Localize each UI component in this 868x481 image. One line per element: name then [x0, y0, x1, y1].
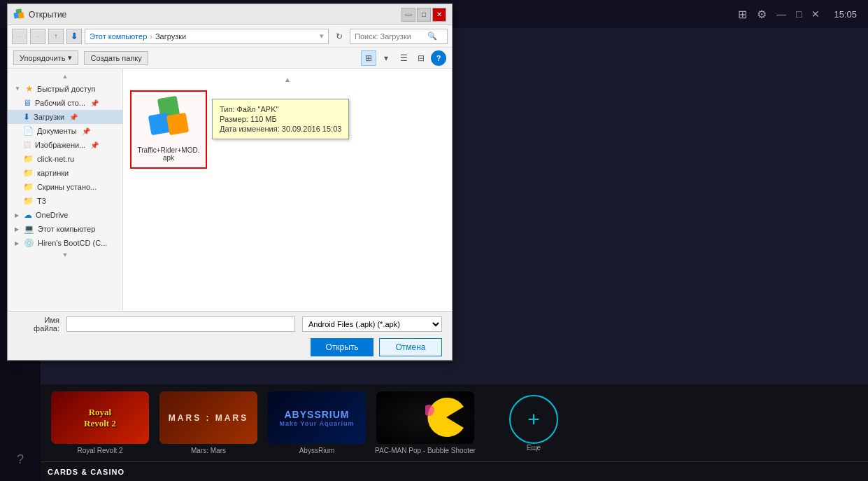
tooltip-date: Дата изменения: 30.09.2016 15:03	[220, 125, 341, 133]
quick-access-icon: ★	[25, 83, 34, 94]
dialog-path-toolbar: ← → ↑ ⬇ Этот компьютер › Загрузки ▾ ↻ 🔍	[8, 25, 452, 48]
filetype-select[interactable]: Android Files (.apk) (*.apk)	[302, 316, 442, 332]
settings-icon[interactable]: ⚙	[757, 8, 767, 21]
nav-documents[interactable]: 📄 Документы 📌	[8, 124, 122, 138]
maximize-icon[interactable]: □	[796, 8, 802, 20]
dialog-title-controls: — □ ✕	[401, 8, 446, 22]
app-pacman[interactable]: PAC-MAN Pop - Bubble Shooter	[373, 391, 478, 454]
dialog-body: ▲ ▼ ★ Быстрый доступ 🖥 Рабочий сто... 📌 …	[8, 69, 452, 311]
cards-casino-section-label: CARDS & CASINO	[41, 461, 868, 481]
nav-kartinki-label: картинки	[37, 169, 69, 177]
app-abyssrium[interactable]: ABYSSRIUM Make Your Aquarium AbyssRium	[264, 391, 369, 454]
open-button[interactable]: Открыть	[311, 338, 373, 356]
apk-file-icon	[144, 97, 193, 146]
search-box[interactable]: 🔍	[350, 29, 448, 44]
mars-label: Mars: Mars	[191, 447, 226, 454]
nav-desktop-label: Рабочий сто...	[35, 99, 85, 107]
royal-revolt-icon: RoyalRevolt 2	[51, 391, 149, 444]
apk-file-item[interactable]: Traffic+Rider+MOD.apk Тип: Файл "APK" Ра…	[130, 90, 207, 169]
nav-scroll-down: ▼	[8, 250, 122, 260]
nav-arrow-computer: ▶	[15, 226, 19, 232]
nav-downloads[interactable]: ⬇ Загрузки 📌	[8, 110, 122, 124]
abyssrium-label: AbyssRium	[299, 447, 335, 454]
nav-this-computer[interactable]: ▶ 💻 Этот компьютер	[8, 222, 122, 236]
nav-skriny[interactable]: 📁 Скрины устано...	[8, 180, 122, 194]
desktop-pin-icon: 📌	[90, 99, 99, 107]
documents-pin-icon: 📌	[82, 127, 90, 135]
sidebar-help-icon[interactable]: ?	[17, 452, 24, 467]
new-folder-button[interactable]: Создать папку	[84, 51, 148, 65]
topbar-icons: ⊞ ⚙ — □ ✕	[738, 8, 820, 21]
nav-quick-access[interactable]: ▼ ★ Быстрый доступ	[8, 81, 122, 96]
nav-onedrive[interactable]: ▶ ☁ OneDrive	[8, 208, 122, 222]
nav-pictures[interactable]: 🖼 Изображени... 📌	[8, 138, 122, 152]
view-dropdown-button[interactable]: ▾	[378, 50, 394, 66]
new-folder-label: Создать папку	[90, 54, 141, 62]
dialog-minimize-button[interactable]: —	[401, 8, 415, 22]
nav-arrow-hiren: ▶	[15, 240, 19, 246]
dialog-title-icon	[13, 9, 24, 20]
view-grid-button[interactable]: ⊞	[361, 50, 376, 66]
royal-revolt-label: Royal Revolt 2	[77, 447, 122, 454]
grid-icon[interactable]: ⊞	[738, 8, 747, 21]
pacman-label: PAC-MAN Pop - Bubble Shooter	[375, 447, 476, 454]
dialog-nav: ▲ ▼ ★ Быстрый доступ 🖥 Рабочий сто... 📌 …	[8, 69, 123, 311]
nav-clicknet[interactable]: 📁 click-net.ru	[8, 152, 122, 166]
organize-button[interactable]: Упорядочить ▾	[13, 50, 78, 65]
nav-documents-label: Документы	[37, 127, 77, 135]
downloads-icon: ⬇	[23, 112, 30, 122]
app-mars[interactable]: MARS : MARS Mars: Mars	[156, 391, 261, 454]
tooltip-type: Тип: Файл "APK"	[220, 105, 341, 113]
dialog-files-area[interactable]: ▲ Traffic+Rider+MOD.apk Тип: Файл "APK" …	[123, 69, 452, 311]
nav-hiren[interactable]: ▶ 💿 Hiren's BootCD (C...	[8, 236, 122, 250]
view-details-button[interactable]: ⊟	[413, 50, 429, 66]
down-button[interactable]: ⬇	[66, 29, 82, 44]
path-separator-1: ›	[150, 32, 152, 41]
nav-this-computer-label: Этот компьютер	[38, 225, 95, 233]
view-buttons: ⊞ ▾ ☰ ⊟ ?	[361, 50, 446, 66]
path-part-2: Загрузки	[155, 32, 186, 41]
files-scroll-up: ▲	[130, 76, 445, 83]
nav-downloads-label: Загрузки	[34, 113, 64, 121]
path-dropdown-arrow[interactable]: ▾	[320, 32, 324, 41]
downloads-pin-icon: 📌	[69, 113, 78, 121]
skriny-icon: 📁	[23, 182, 34, 192]
nav-desktop[interactable]: 🖥 Рабочий сто... 📌	[8, 96, 122, 110]
minimize-icon[interactable]: —	[776, 8, 786, 20]
path-bar[interactable]: Этот компьютер › Загрузки ▾	[85, 29, 329, 44]
kartinki-icon: 📁	[23, 168, 34, 178]
close-icon[interactable]: ✕	[811, 8, 820, 20]
dialog-title: Открытие	[29, 10, 401, 20]
abyssrium-icon: ABYSSRIUM Make Your Aquarium	[268, 391, 366, 444]
filename-label: Имя файла:	[17, 316, 59, 333]
tooltip-size: Размер: 110 МБ	[220, 115, 341, 123]
nav-clicknet-label: click-net.ru	[37, 155, 74, 163]
refresh-button[interactable]: ↻	[332, 29, 347, 44]
nav-kartinki[interactable]: 📁 картинки	[8, 166, 122, 180]
search-icon: 🔍	[427, 32, 437, 41]
forward-button[interactable]: →	[30, 29, 45, 44]
dialog-bottom: Имя файла: Android Files (.apk) (*.apk) …	[8, 311, 452, 360]
dialog-titlebar: Открытие — □ ✕	[8, 4, 452, 25]
search-input[interactable]	[355, 32, 425, 41]
documents-icon: 📄	[23, 126, 34, 136]
file-dialog[interactable]: Открытие — □ ✕ ← → ↑ ⬇ Этот компьютер › …	[7, 4, 453, 361]
nav-skriny-label: Скрины устано...	[37, 183, 97, 191]
pictures-icon: 🖼	[23, 140, 31, 150]
help-button[interactable]: ?	[431, 50, 446, 66]
dialog-maximize-button[interactable]: □	[417, 8, 431, 22]
clicknet-icon: 📁	[23, 154, 34, 164]
nav-t3[interactable]: 📁 Т3	[8, 194, 122, 208]
dialog-close-button[interactable]: ✕	[432, 8, 446, 22]
add-more-bottom-icon: +	[509, 395, 558, 444]
nav-hiren-label: Hiren's BootCD (C...	[38, 239, 107, 247]
view-list-button[interactable]: ☰	[396, 50, 411, 66]
filename-input[interactable]	[66, 316, 295, 332]
cancel-button[interactable]: Отмена	[379, 338, 442, 356]
back-button[interactable]: ←	[12, 29, 27, 44]
up-button[interactable]: ↑	[48, 29, 64, 44]
app-royal-revolt[interactable]: RoyalRevolt 2 Royal Revolt 2	[48, 391, 152, 454]
hiren-icon: 💿	[24, 238, 34, 248]
nav-arrow-onedrive: ▶	[15, 212, 19, 218]
app-more-bottom[interactable]: + Еще	[481, 395, 586, 452]
